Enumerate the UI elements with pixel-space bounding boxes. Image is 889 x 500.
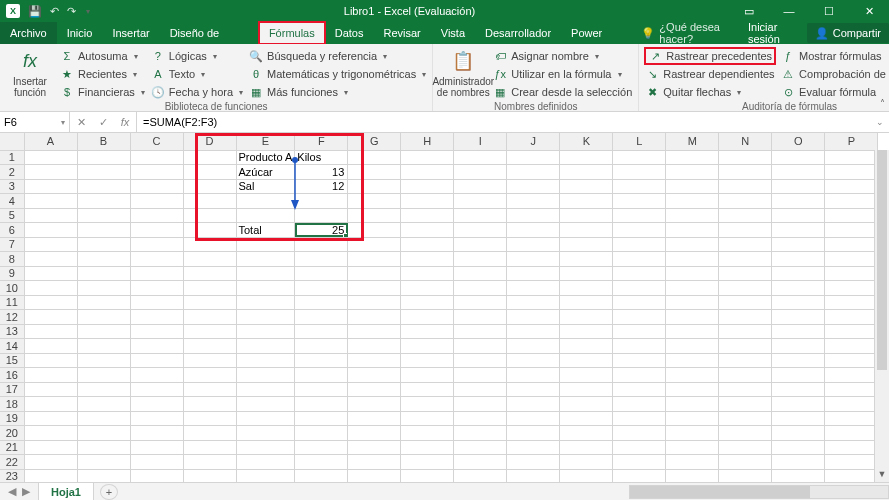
cell[interactable] — [560, 237, 613, 252]
cell[interactable] — [772, 237, 825, 252]
cell[interactable] — [236, 266, 295, 281]
cell[interactable] — [719, 310, 772, 325]
cell[interactable] — [348, 179, 401, 194]
evaluate-formula-button[interactable]: ⊙Evaluar fórmula — [781, 84, 889, 100]
cell[interactable] — [454, 397, 507, 412]
row-header[interactable]: 6 — [0, 223, 24, 238]
cell[interactable] — [507, 179, 560, 194]
cell[interactable] — [613, 368, 666, 383]
hscroll-thumb[interactable] — [630, 486, 810, 498]
cell[interactable] — [183, 368, 236, 383]
cell[interactable] — [130, 469, 183, 482]
cell[interactable] — [772, 339, 825, 354]
cell[interactable] — [295, 382, 348, 397]
row-header[interactable]: 2 — [0, 165, 24, 180]
cell[interactable] — [613, 440, 666, 455]
cell[interactable] — [666, 266, 719, 281]
row-header[interactable]: 23 — [0, 469, 24, 482]
cell[interactable] — [77, 237, 130, 252]
cell[interactable] — [454, 165, 507, 180]
cell[interactable] — [613, 150, 666, 165]
formula-input[interactable]: =SUMA(F2:F3) — [137, 112, 871, 132]
cell[interactable]: 12 — [295, 179, 348, 194]
cell[interactable] — [772, 382, 825, 397]
column-header[interactable]: F — [295, 133, 348, 150]
cell[interactable] — [719, 208, 772, 223]
cell[interactable] — [77, 469, 130, 482]
cell[interactable] — [666, 324, 719, 339]
cell[interactable] — [77, 324, 130, 339]
cell[interactable] — [454, 455, 507, 470]
cell[interactable] — [772, 252, 825, 267]
cell[interactable] — [24, 252, 77, 267]
cell[interactable] — [772, 440, 825, 455]
cell[interactable] — [24, 237, 77, 252]
cell[interactable] — [183, 165, 236, 180]
cell[interactable] — [825, 469, 878, 482]
define-name-button[interactable]: 🏷Asignar nombre▾ — [493, 48, 632, 64]
cell[interactable] — [130, 455, 183, 470]
cell[interactable] — [24, 397, 77, 412]
cell[interactable] — [77, 455, 130, 470]
cell[interactable] — [560, 179, 613, 194]
cell[interactable] — [507, 339, 560, 354]
cell[interactable] — [560, 223, 613, 238]
cell[interactable] — [236, 281, 295, 296]
cell[interactable] — [454, 252, 507, 267]
column-header[interactable]: K — [560, 133, 613, 150]
cell[interactable] — [613, 281, 666, 296]
sheet-nav-prev-icon[interactable]: ◀ — [8, 485, 16, 498]
column-header[interactable]: I — [454, 133, 507, 150]
cell[interactable] — [236, 194, 295, 209]
cell[interactable] — [666, 252, 719, 267]
enter-icon[interactable]: ✓ — [92, 116, 114, 129]
cell[interactable] — [77, 281, 130, 296]
cell[interactable] — [560, 208, 613, 223]
cell[interactable] — [666, 397, 719, 412]
cell[interactable] — [77, 382, 130, 397]
cell[interactable] — [613, 310, 666, 325]
cell[interactable] — [666, 310, 719, 325]
cell[interactable] — [236, 440, 295, 455]
cell[interactable] — [183, 411, 236, 426]
cell[interactable] — [666, 208, 719, 223]
cell[interactable] — [77, 194, 130, 209]
cell[interactable] — [130, 194, 183, 209]
cell[interactable] — [401, 165, 454, 180]
cell[interactable] — [825, 237, 878, 252]
cell[interactable] — [613, 411, 666, 426]
cell[interactable] — [348, 208, 401, 223]
cell[interactable] — [825, 150, 878, 165]
row-header[interactable]: 3 — [0, 179, 24, 194]
remove-arrows-button[interactable]: ✖Quitar flechas▾ — [645, 84, 775, 100]
row-header[interactable]: 22 — [0, 455, 24, 470]
cell[interactable] — [772, 469, 825, 482]
cell[interactable] — [24, 339, 77, 354]
row-header[interactable]: 14 — [0, 339, 24, 354]
cell[interactable] — [454, 324, 507, 339]
cell[interactable] — [772, 397, 825, 412]
cell[interactable] — [719, 368, 772, 383]
cell[interactable] — [454, 237, 507, 252]
row-header[interactable]: 19 — [0, 411, 24, 426]
trace-precedents-button[interactable]: ↗Rastrear precedentes — [645, 48, 775, 64]
cell[interactable] — [401, 397, 454, 412]
cell[interactable] — [825, 223, 878, 238]
cell[interactable] — [401, 353, 454, 368]
cell[interactable] — [130, 237, 183, 252]
cell[interactable] — [348, 252, 401, 267]
cell[interactable] — [24, 194, 77, 209]
cell[interactable] — [295, 455, 348, 470]
select-all-button[interactable] — [0, 133, 24, 150]
column-header[interactable]: D — [183, 133, 236, 150]
cell[interactable] — [130, 281, 183, 296]
cell[interactable] — [825, 353, 878, 368]
cell[interactable] — [507, 353, 560, 368]
sheet-nav-next-icon[interactable]: ▶ — [22, 485, 30, 498]
cell[interactable] — [183, 208, 236, 223]
cancel-icon[interactable]: ✕ — [70, 116, 92, 129]
cell[interactable] — [772, 310, 825, 325]
cell[interactable] — [236, 426, 295, 441]
cell[interactable] — [507, 455, 560, 470]
cell[interactable] — [130, 208, 183, 223]
